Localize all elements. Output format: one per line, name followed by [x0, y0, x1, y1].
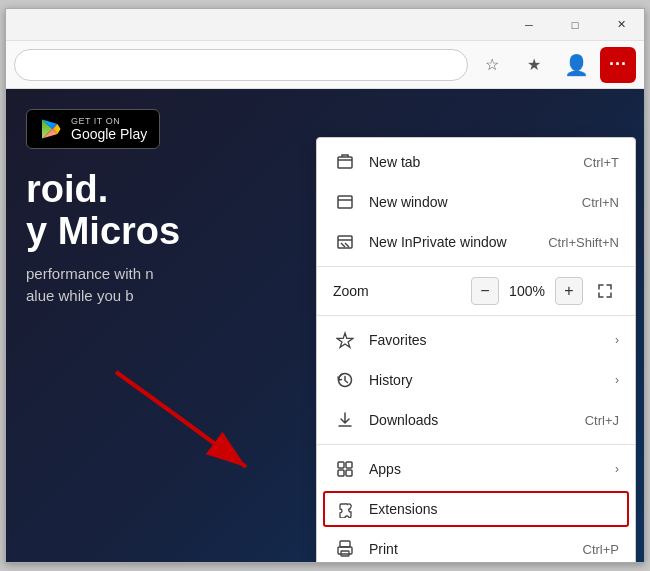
menu-button[interactable]: ··· [600, 47, 636, 83]
badge-get-it-label: GET IT ON [71, 116, 147, 126]
inprivate-icon [333, 230, 357, 254]
divider-1 [317, 266, 635, 267]
new-window-shortcut: Ctrl+N [582, 195, 619, 210]
new-tab-shortcut: Ctrl+T [583, 155, 619, 170]
svg-rect-14 [346, 470, 352, 476]
menu-item-new-tab[interactable]: New tab Ctrl+T [317, 142, 635, 182]
downloads-shortcut: Ctrl+J [585, 413, 619, 428]
zoom-minus-icon: − [480, 282, 489, 300]
extensions-label: Extensions [369, 501, 619, 517]
svg-line-7 [341, 243, 345, 247]
title-bar: ─ □ ✕ [6, 9, 644, 41]
page-content: GET IT ON Google Play roid. y Micros per… [6, 89, 644, 562]
menu-item-print[interactable]: Print Ctrl+P [317, 529, 635, 562]
menu-item-apps[interactable]: Apps › [317, 449, 635, 489]
zoom-row: Zoom − 100% + [317, 271, 635, 311]
google-play-badge: GET IT ON Google Play [26, 109, 160, 149]
minimize-button[interactable]: ─ [506, 9, 552, 41]
favorites-label: Favorites [369, 332, 607, 348]
profile-icon: 👤 [564, 53, 589, 77]
inprivate-label: New InPrivate window [369, 234, 548, 250]
zoom-plus-icon: + [564, 282, 573, 300]
new-window-icon [333, 190, 357, 214]
history-label: History [369, 372, 607, 388]
new-tab-label: New tab [369, 154, 583, 170]
browser-window: ─ □ ✕ ☆ ★ 👤 ··· [5, 8, 645, 563]
print-shortcut: Ctrl+P [583, 542, 619, 557]
new-tab-icon [333, 150, 357, 174]
svg-rect-11 [338, 462, 344, 468]
history-icon [333, 368, 357, 392]
star-icon: ☆ [485, 55, 499, 74]
profile-button[interactable]: 👤 [558, 47, 594, 83]
zoom-plus-button[interactable]: + [555, 277, 583, 305]
downloads-icon [333, 408, 357, 432]
apps-arrow: › [615, 462, 619, 476]
address-input[interactable] [14, 49, 468, 81]
zoom-controls: − 100% + [471, 277, 619, 305]
ellipsis-icon: ··· [609, 54, 627, 75]
svg-rect-13 [338, 470, 344, 476]
badge-google-play-label: Google Play [71, 126, 147, 142]
menu-item-new-window[interactable]: New window Ctrl+N [317, 182, 635, 222]
heading-prefix: y Micros [26, 210, 180, 252]
page-text-area: GET IT ON Google Play roid. y Micros per… [6, 109, 200, 308]
dropdown-menu: New tab Ctrl+T New window Ctrl+N New InP… [316, 137, 636, 562]
print-label: Print [369, 541, 583, 557]
menu-item-inprivate[interactable]: New InPrivate window Ctrl+Shift+N [317, 222, 635, 262]
badge-text: GET IT ON Google Play [71, 116, 147, 142]
print-icon [333, 537, 357, 561]
divider-3 [317, 444, 635, 445]
menu-item-favorites[interactable]: Favorites › [317, 320, 635, 360]
svg-line-8 [345, 243, 349, 247]
inprivate-shortcut: Ctrl+Shift+N [548, 235, 619, 250]
maximize-button[interactable]: □ [552, 9, 598, 41]
star-button[interactable]: ☆ [474, 47, 510, 83]
new-window-label: New window [369, 194, 582, 210]
page-heading: roid. y Micros [26, 169, 180, 253]
favorites-arrow: › [615, 333, 619, 347]
favorites-icon: ★ [527, 55, 541, 74]
history-arrow: › [615, 373, 619, 387]
menu-item-downloads[interactable]: Downloads Ctrl+J [317, 400, 635, 440]
svg-rect-12 [346, 462, 352, 468]
divider-2 [317, 315, 635, 316]
favorites-menu-icon [333, 328, 357, 352]
zoom-expand-button[interactable] [591, 277, 619, 305]
close-button[interactable]: ✕ [598, 9, 644, 41]
svg-rect-15 [340, 541, 350, 547]
heading-roid: roid. [26, 168, 108, 210]
menu-item-history[interactable]: History › [317, 360, 635, 400]
zoom-value: 100% [507, 283, 547, 299]
apps-icon [333, 457, 357, 481]
downloads-label: Downloads [369, 412, 585, 428]
svg-rect-3 [338, 196, 352, 208]
extensions-icon [333, 497, 357, 521]
page-subtext: performance with n alue while you b [26, 263, 180, 308]
address-bar: ☆ ★ 👤 ··· [6, 41, 644, 89]
play-store-icon [39, 117, 63, 141]
subtext-line2: alue while you b [26, 285, 180, 308]
subtext-line1: performance with n [26, 263, 180, 286]
favorites-button[interactable]: ★ [516, 47, 552, 83]
zoom-minus-button[interactable]: − [471, 277, 499, 305]
apps-label: Apps [369, 461, 607, 477]
zoom-label: Zoom [333, 283, 471, 299]
svg-rect-1 [338, 157, 352, 168]
menu-item-extensions[interactable]: Extensions [317, 489, 635, 529]
